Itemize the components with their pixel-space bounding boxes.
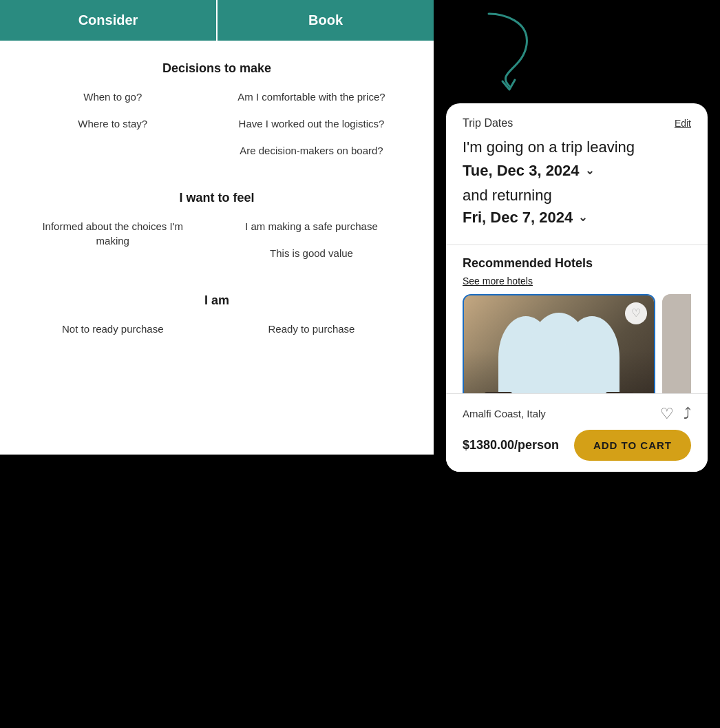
tabs-container: Consider Book: [0, 0, 434, 41]
decisions-section: Decisions to make When to go? Where to s…: [28, 61, 406, 170]
bottom-bar: Amalfi Coast, Italy ♡ ⤴ $1380.00/person …: [446, 393, 708, 472]
iam-left-col: Not to ready purchase: [28, 322, 198, 349]
swirl-arrow-icon: [475, 7, 544, 96]
list-item: Ready to purchase: [217, 322, 406, 336]
hotels-title: Recommended Hotels: [463, 256, 593, 271]
list-item: Have I worked out the logistics?: [217, 116, 406, 131]
depart-date-text: Tue, Dec 3, 2024: [463, 162, 580, 180]
iam-right-col: Ready to purchase: [217, 322, 406, 349]
decisions-right-col: Am I comfortable with the price? Have I …: [217, 90, 406, 170]
list-item: Where to stay?: [28, 116, 198, 131]
return-chevron-icon: ⌄: [578, 211, 587, 224]
feel-columns: Informed about the choices I'm making I …: [28, 219, 406, 273]
bottom-bar-top: Amalfi Coast, Italy ♡ ⤴: [463, 405, 691, 423]
hotel-favorite-button[interactable]: ♡: [625, 302, 647, 324]
left-panel: Consider Book Decisions to make When to …: [0, 0, 434, 455]
returning-label: and returning: [463, 187, 691, 205]
iam-columns: Not to ready purchase Ready to purchase: [28, 322, 406, 349]
list-item: Not to ready purchase: [28, 322, 198, 336]
depart-date[interactable]: Tue, Dec 3, 2024 ⌄: [463, 162, 691, 180]
hotels-header: Recommended Hotels: [463, 256, 691, 271]
share-icon[interactable]: ⤴: [684, 405, 691, 423]
content-area: Decisions to make When to go? Where to s…: [0, 41, 434, 390]
list-item: Are decision-makers on board?: [217, 143, 406, 158]
list-item: When to go?: [28, 90, 198, 104]
location-text: Amalfi Coast, Italy: [463, 408, 546, 419]
feel-section: I want to feel Informed about the choice…: [28, 191, 406, 273]
return-date[interactable]: Fri, Dec 7, 2024 ⌄: [463, 209, 691, 227]
feel-title: I want to feel: [28, 191, 406, 205]
trip-description: I'm going on a trip leaving: [463, 138, 691, 158]
tab-consider[interactable]: Consider: [0, 0, 218, 41]
list-item: This is good value: [217, 246, 406, 260]
edit-link[interactable]: Edit: [675, 118, 691, 129]
left-black-area: [0, 455, 434, 728]
trip-dates-section: Trip Dates Edit I'm going on a trip leav…: [446, 103, 708, 245]
price-text: $1380.00/person: [463, 438, 559, 453]
right-panel: Trip Dates Edit I'm going on a trip leav…: [434, 0, 720, 728]
bottom-bar-row: $1380.00/person ADD TO CART: [463, 430, 691, 461]
depart-chevron-icon: ⌄: [585, 164, 594, 177]
phone-card: Trip Dates Edit I'm going on a trip leav…: [446, 103, 708, 472]
bottom-icons: ♡ ⤴: [660, 405, 691, 423]
trip-dates-label: Trip Dates: [463, 117, 513, 129]
decisions-columns: When to go? Where to stay? Am I comforta…: [28, 90, 406, 170]
list-item: I am making a safe purchase: [217, 219, 406, 233]
feel-right-col: I am making a safe purchase This is good…: [217, 219, 406, 273]
iam-section: I am Not to ready purchase Ready to purc…: [28, 293, 406, 349]
iam-title: I am: [28, 293, 406, 308]
feel-left-col: Informed about the choices I'm making: [28, 219, 198, 273]
add-to-cart-button[interactable]: ADD TO CART: [574, 430, 691, 461]
list-item: Informed about the choices I'm making: [28, 219, 198, 248]
arch-window-right: [564, 316, 620, 399]
trip-dates-header: Trip Dates Edit: [463, 117, 691, 129]
decisions-left-col: When to go? Where to stay?: [28, 90, 198, 170]
decisions-title: Decisions to make: [28, 61, 406, 76]
list-item: Am I comfortable with the price?: [217, 90, 406, 104]
tab-book[interactable]: Book: [218, 0, 434, 41]
favorite-icon[interactable]: ♡: [660, 405, 674, 423]
see-more-hotels-link[interactable]: See more hotels: [463, 275, 533, 287]
return-date-text: Fri, Dec 7, 2024: [463, 209, 573, 227]
